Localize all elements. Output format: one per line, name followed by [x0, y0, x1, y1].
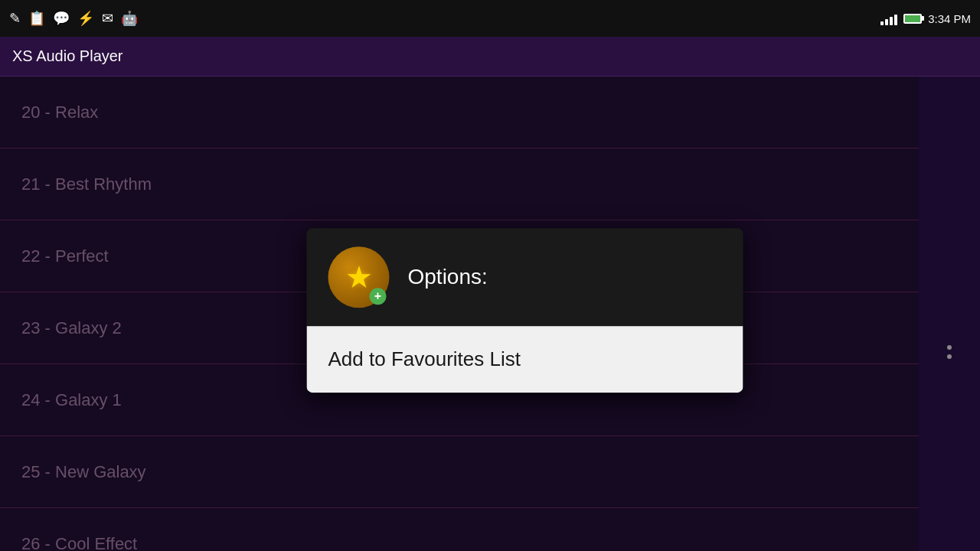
signal-bar-4 — [894, 15, 897, 25]
app-title: XS Audio Player — [12, 47, 123, 65]
dialog-header: ★ + Options: — [307, 228, 743, 326]
android-icon: 🤖 — [121, 10, 138, 27]
status-bar: ✎ 📋 💬 ⚡ ✉ 🤖 3:34 PM — [0, 0, 980, 37]
clipboard-icon: 📋 — [28, 10, 45, 27]
battery-icon — [903, 14, 922, 24]
battery-fill — [905, 15, 920, 22]
scroll-dot-2 — [947, 354, 952, 359]
scroll-dot-1 — [947, 345, 952, 350]
status-icons-right: 3:34 PM — [880, 11, 971, 25]
dialog-title: Options: — [408, 265, 488, 289]
chat-icon: 💬 — [53, 10, 70, 27]
app-title-bar: XS Audio Player — [0, 37, 980, 77]
add-to-favourites-option[interactable]: Add to Favourites List — [307, 326, 743, 393]
plus-symbol: + — [374, 290, 381, 302]
right-sidebar — [919, 77, 980, 551]
signal-bar-3 — [890, 17, 893, 25]
edit-icon: ✎ — [9, 10, 21, 27]
options-dialog: ★ + Options: Add to Favourites List — [307, 228, 743, 393]
email-icon: ✉ — [102, 10, 113, 27]
time-display: 3:34 PM — [928, 12, 971, 25]
add-to-favourites-label: Add to Favourites List — [328, 347, 521, 370]
status-icons-left: ✎ 📋 💬 ⚡ ✉ 🤖 — [9, 10, 138, 27]
plus-badge: + — [370, 288, 387, 305]
usb-icon: ⚡ — [77, 10, 94, 27]
signal-bar-1 — [880, 21, 884, 25]
track-list: 20 - Relax 21 - Best Rhythm 22 - Perfect… — [0, 77, 919, 551]
scroll-indicator — [947, 345, 952, 359]
dialog-body: Add to Favourites List — [307, 326, 743, 393]
signal-bars — [880, 11, 897, 25]
dialog-icon-container: ★ + — [328, 246, 390, 308]
star-icon: ★ — [345, 262, 373, 292]
signal-bar-2 — [885, 19, 888, 25]
